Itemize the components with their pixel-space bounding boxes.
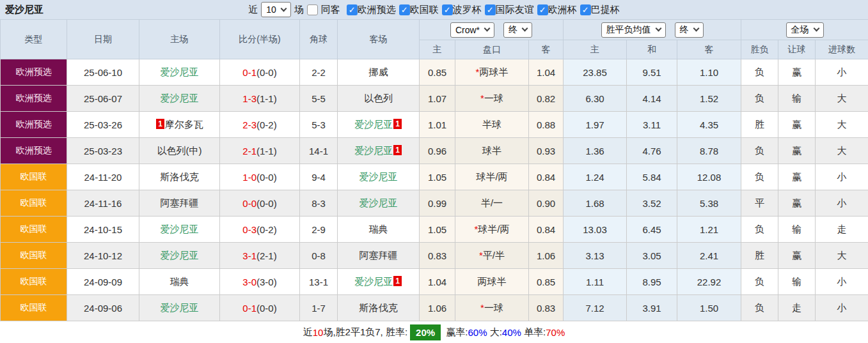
home-team-name: 爱沙尼亚 — [161, 250, 199, 261]
asian-home-odds-cell: 1.01 — [420, 112, 455, 138]
type-cell: 欧国联 — [1, 243, 67, 269]
handicap-text: 平/半 — [483, 250, 505, 261]
europe-away-odds-cell: 4.35 — [677, 112, 741, 138]
asian-time-value: 终 — [509, 24, 517, 36]
summary-segment: 近 — [303, 326, 313, 339]
league-filter-checkbox[interactable]: ✓ — [442, 4, 453, 15]
table-row: 欧国联24-10-15爱沙尼亚0-3(0-2)2-9瑞典1.05*球半/两0.8… — [1, 217, 868, 243]
halftime-score: (1-1) — [256, 146, 277, 156]
table-row: 欧洲预选25-06-10爱沙尼亚0-1(0-0)2-2挪威0.85*两球半1.0… — [1, 59, 868, 86]
red-card-badge: 1 — [156, 119, 164, 129]
goals-result-cell: 小 — [816, 59, 868, 86]
europe-home-odds-cell: 23.85 — [564, 59, 627, 86]
handicap-text: 球半/两 — [476, 171, 507, 182]
europe-type-value: 胜平负均值 — [606, 24, 651, 36]
handicap-text: 一球 — [484, 302, 503, 313]
fulltime-score: 2-3 — [242, 119, 256, 130]
halftime-score: (3-0) — [256, 277, 277, 287]
away-team-cell: 爱沙尼亚 — [338, 164, 420, 190]
home-team-cell: 爱沙尼亚 — [139, 59, 220, 86]
corners-cell: 2-2 — [300, 59, 338, 86]
away-team-name: 斯洛伐克 — [359, 302, 398, 313]
away-team-cell: 爱沙尼亚1 — [338, 138, 420, 164]
summary-segment: 场,胜2平1负7, 胜率: — [323, 326, 407, 339]
away-team-cell: 斯洛伐克 — [338, 295, 420, 321]
scope-select[interactable]: 全场 — [786, 22, 824, 38]
type-cell: 欧国联 — [1, 164, 67, 190]
chevron-down-icon — [484, 26, 491, 32]
home-team-name: 爱沙尼亚 — [161, 302, 199, 313]
fulltime-score: 0-0 — [242, 198, 256, 209]
corners-cell: 14-1 — [300, 138, 338, 164]
europe-time-select[interactable]: 终 — [675, 22, 704, 38]
halftime-score: (1-1) — [256, 93, 277, 104]
home-team-name: 爱沙尼亚 — [161, 66, 199, 77]
handicap-result-cell: 赢 — [778, 59, 816, 86]
europe-draw-odds-cell: 8.95 — [627, 269, 677, 295]
handicap-text: 两球半 — [478, 276, 507, 287]
league-filter: ✓欧洲预选 — [347, 4, 396, 16]
europe-draw-odds-cell: 6.45 — [627, 217, 677, 243]
handicap-text: 半/一 — [481, 197, 503, 208]
winloss-result-cell: 负 — [741, 295, 778, 321]
europe-home-odds-cell: 1.97 — [564, 112, 627, 138]
col-header-home: 主场 — [139, 20, 220, 59]
asian-time-select[interactable]: 终 — [503, 22, 532, 38]
fulltime-score: 0-1 — [242, 303, 256, 314]
col-header-type: 类型 — [1, 20, 67, 59]
handicap-cell: 半/一 — [455, 190, 529, 217]
sub-header-asian-away: 客 — [529, 40, 564, 59]
asian-company-select[interactable]: Crow* — [450, 22, 494, 38]
same-visit-checkbox[interactable] — [307, 4, 318, 15]
halftime-score: (0-0) — [256, 303, 277, 314]
europe-away-odds-cell: 5.38 — [677, 190, 741, 217]
score-cell: 1-3(1-1) — [220, 86, 300, 112]
handicap-result-cell: 走 — [778, 295, 816, 321]
goals-result-cell: 小 — [816, 269, 868, 295]
league-filter: ✓欧国联 — [399, 4, 439, 16]
away-team-cell: 瑞典 — [338, 217, 420, 243]
league-filter-checkbox[interactable]: ✓ — [537, 4, 548, 15]
recent-count-select[interactable]: 10 — [261, 2, 291, 17]
chevron-down-icon — [522, 26, 528, 32]
date-cell: 25-06-07 — [67, 86, 139, 112]
league-filter-checkbox[interactable]: ✓ — [580, 4, 591, 15]
league-filter-checkbox[interactable]: ✓ — [485, 4, 496, 15]
type-cell: 欧洲预选 — [1, 112, 67, 138]
league-filter-checkbox[interactable]: ✓ — [347, 4, 358, 15]
home-team-name: 爱沙尼亚 — [161, 93, 199, 103]
home-team-cell: 爱沙尼亚 — [139, 295, 220, 321]
handicap-cell: *一球 — [455, 86, 529, 112]
red-card-badge: 1 — [393, 119, 402, 129]
league-filter-checkbox[interactable]: ✓ — [399, 4, 410, 15]
asian-home-odds-cell: 0.83 — [420, 243, 455, 269]
europe-away-odds-cell: 1.52 — [677, 86, 741, 112]
corners-cell: 5-3 — [300, 112, 338, 138]
asian-home-odds-cell: 0.99 — [420, 190, 455, 217]
europe-draw-odds-cell: 3.05 — [627, 243, 677, 269]
table-row: 欧国联24-09-06爱沙尼亚0-1(0-0)1-7斯洛伐克1.06*一球0.8… — [1, 295, 868, 321]
league-filter: ✓巴提杯 — [580, 4, 620, 16]
asian-away-odds-cell: 0.82 — [529, 86, 564, 112]
summary-segment-badge: 20% — [410, 324, 441, 340]
europe-odds-group-header: 胜平负均值 终 — [564, 20, 741, 40]
col-header-corner: 角球 — [300, 20, 338, 59]
handicap-result-cell: 输 — [778, 217, 816, 243]
asian-away-odds-cell: 0.83 — [529, 295, 564, 321]
europe-draw-odds-cell: 3.52 — [627, 190, 677, 217]
home-team-cell: 以色列(中) — [139, 138, 220, 164]
winloss-result-cell: 负 — [741, 217, 778, 243]
summary-segment: 大: — [487, 326, 502, 339]
date-cell: 24-11-20 — [67, 164, 139, 190]
same-visit-label: 同客 — [321, 4, 340, 16]
europe-time-value: 终 — [680, 24, 689, 36]
europe-type-select[interactable]: 胜平负均值 — [601, 22, 666, 38]
sub-header-europe-away: 客 — [677, 40, 741, 59]
winloss-result-cell: 负 — [741, 138, 778, 164]
handicap-cell: *两球半 — [455, 59, 529, 86]
league-filter-label: 国际友谊 — [496, 4, 534, 16]
europe-draw-odds-cell: 3.91 — [627, 295, 677, 321]
europe-draw-odds-cell: 4.76 — [627, 138, 677, 164]
winloss-result-cell: 负 — [741, 269, 778, 295]
corners-cell: 13-1 — [300, 269, 338, 295]
